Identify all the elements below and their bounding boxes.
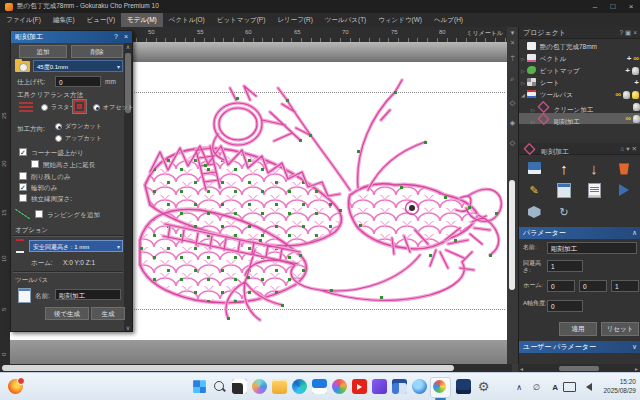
offset-radio[interactable] [93, 104, 100, 111]
scroll-up-icon[interactable]: ∧ [124, 43, 132, 50]
corner-raise-checkbox[interactable]: ✓ [19, 148, 27, 156]
safe-height-dropdown[interactable]: 安全回避高さ : 1 mm ▾ [29, 240, 123, 252]
downcut-radio[interactable] [55, 123, 62, 130]
minimize-button[interactable]: – [586, 0, 604, 13]
tree-item-engraving-toolpath[interactable]: ▷ 彫刻加工 ∞ [519, 113, 640, 124]
canvas-vertical-scrollbar-thumb[interactable] [509, 180, 515, 290]
outline-only-checkbox[interactable]: ✓ [19, 183, 27, 191]
engraving-panel-header[interactable]: 彫刻加工 ? × [11, 31, 132, 43]
search-icon[interactable] [212, 379, 227, 394]
menu-file[interactable]: ファイル(F) [0, 13, 47, 27]
firefox-icon[interactable] [8, 379, 23, 394]
panel-scrollbar[interactable]: ∧ ∨ [124, 43, 132, 331]
generate-button[interactable]: 生成 [91, 307, 125, 320]
zoom-tool-icon[interactable]: ⌕ [507, 75, 518, 83]
save-toolpath-icon[interactable] [523, 159, 545, 177]
photos-icon[interactable] [332, 379, 347, 394]
pin-icon[interactable]: ⍑ [507, 55, 518, 63]
avoid-height-input[interactable]: 1 [547, 260, 583, 272]
visibility-glasses-icon[interactable]: ∞ [625, 115, 631, 123]
finish-allowance-input[interactable]: 0 [55, 76, 101, 87]
toolpath-panel-header[interactable]: 彫刻加工 ⌂▾✕ [519, 143, 640, 155]
tool-dropdown[interactable]: 45度0.1mm ▾ [33, 60, 123, 72]
upcut-radio[interactable] [55, 135, 62, 142]
weather-icon[interactable] [412, 379, 427, 394]
clock[interactable]: 15:20 2025/08/29 [603, 377, 636, 395]
help-icon[interactable]: ? [114, 31, 118, 43]
scroll-down-icon[interactable]: ∨ [124, 324, 132, 331]
calculate-icon[interactable] [553, 181, 575, 199]
edge-icon[interactable] [292, 379, 307, 394]
tool-folder-icon[interactable] [15, 61, 30, 72]
tree-item-clean-toolpath[interactable]: ▷ クリーン加工 [519, 101, 640, 112]
menu-model[interactable]: モデル(M) [121, 13, 163, 27]
display-icon[interactable] [563, 373, 576, 400]
expand-icon[interactable]: ▷ [519, 78, 527, 89]
panel-horizontal-scrollbar[interactable]: ◂ ▸ [518, 364, 640, 372]
independent-depth-checkbox[interactable] [19, 194, 27, 202]
raster-radio[interactable] [41, 104, 48, 111]
add-icon[interactable]: + [627, 53, 632, 64]
tooth-icon[interactable] [633, 115, 640, 123]
store-icon[interactable] [312, 379, 327, 394]
parameters-header[interactable]: パラメーター ∧ [519, 227, 640, 239]
ime-indicator[interactable]: A [552, 373, 558, 400]
tooth-active-icon[interactable] [632, 91, 639, 99]
view-plan-icon[interactable]: ◇ [507, 139, 518, 147]
tree-item-vectors[interactable]: ▷ ベクトル +∞ [519, 53, 640, 64]
tooth-icon[interactable] [623, 91, 630, 99]
menu-window[interactable]: ウィンドウ(W) [372, 13, 428, 27]
home-y-input[interactable]: 0 [579, 280, 607, 292]
copilot-icon[interactable] [252, 379, 267, 394]
transform-icon[interactable]: ↻ [553, 203, 575, 221]
view-iso-icon[interactable]: ◇ [507, 99, 518, 107]
tooth-icon[interactable] [632, 67, 639, 75]
notes-icon[interactable] [583, 181, 605, 199]
menu-relief[interactable]: レリーフ(R) [271, 13, 318, 27]
menu-help[interactable]: ヘルプ(H) [428, 13, 469, 27]
simulate-icon[interactable] [613, 181, 635, 199]
file-explorer-icon[interactable] [272, 379, 287, 394]
menu-bitmap[interactable]: ビットマップ(P) [211, 13, 272, 27]
expand-icon[interactable]: ▷ [529, 117, 537, 128]
home-x-input[interactable]: 0 [547, 280, 575, 292]
teams-icon[interactable] [456, 379, 471, 394]
close-button[interactable]: × [622, 0, 640, 13]
move-down-icon[interactable]: ↓ [583, 159, 605, 177]
add-icon[interactable]: + [625, 65, 630, 76]
collapse-icon[interactable]: ▾ [507, 29, 518, 37]
do-not-disturb-icon[interactable]: ∅ [533, 373, 540, 400]
edit-icon[interactable]: ✎ [523, 181, 545, 199]
move-up-icon[interactable]: ↑ [553, 159, 575, 177]
close-panel-icon[interactable]: × [633, 29, 639, 36]
menu-toolpath[interactable]: ツールパス(T) [319, 13, 372, 27]
hidden-icons-chevron[interactable]: ∧ [516, 373, 522, 400]
speaker-icon[interactable] [586, 373, 592, 400]
tree-item-toolpaths[interactable]: ◢ ツールパス ∞ [519, 89, 640, 100]
collapse-icon[interactable]: ◢ [519, 90, 527, 101]
visibility-glasses-icon[interactable]: ∞ [615, 91, 621, 99]
tooth-icon[interactable] [633, 103, 640, 111]
gokuraku-cho-active-app[interactable] [430, 377, 451, 398]
scroll-right-icon[interactable]: ▸ [635, 365, 638, 372]
paint-icon[interactable] [372, 379, 387, 394]
calculator-icon[interactable] [392, 379, 407, 394]
name-input[interactable]: 彫刻加工 [547, 242, 637, 254]
close-panel-icon[interactable]: × [124, 31, 128, 43]
panel-scrollbar-thumb[interactable] [559, 366, 599, 371]
maximize-button[interactable]: □ [604, 0, 622, 13]
pin-icon[interactable]: ▣ [625, 29, 633, 36]
scroll-left-icon[interactable]: ◂ [520, 365, 523, 372]
tree-item-bitmaps[interactable]: ▷ ビットマップ + [519, 65, 640, 76]
view-layers-icon[interactable]: ◈ [507, 119, 518, 127]
raster-strategy-icon[interactable] [19, 102, 33, 113]
rest-only-checkbox[interactable] [19, 172, 27, 180]
add-icon[interactable]: + [634, 77, 639, 88]
delete-toolpath-icon[interactable] [613, 159, 635, 177]
settings-gear-icon[interactable]: ⚙ [476, 379, 491, 394]
offset-strategy-icon[interactable] [73, 100, 86, 113]
apply-button[interactable]: 適用 [559, 322, 597, 336]
home-z-input[interactable]: 1 [611, 280, 639, 292]
expand-icon[interactable]: ▷ [519, 54, 527, 65]
delete-button[interactable]: 削除 [71, 45, 123, 58]
